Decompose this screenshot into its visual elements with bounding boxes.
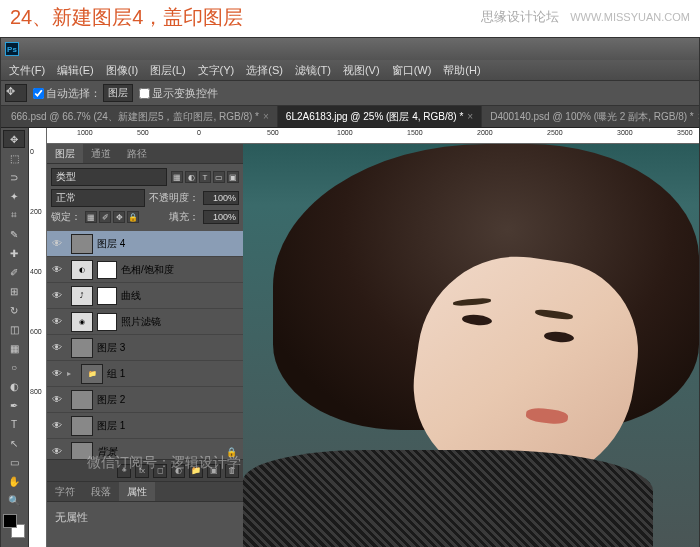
layer-row[interactable]: 👁 图层 1 [47,413,243,439]
canvas-area: 图层 通道 路径 类型 ▦ ◐ T ▭ ▣ [47,144,699,547]
gradient-tool[interactable]: ▦ [3,339,25,357]
visibility-icon[interactable]: 👁 [47,238,67,249]
mask-thumb[interactable] [97,313,117,331]
adj-thumb[interactable]: ⤴ [71,286,93,306]
layer-thumb[interactable] [71,338,93,358]
stamp-tool[interactable]: ⊞ [3,282,25,300]
layer-row[interactable]: 👁 图层 3 [47,335,243,361]
layer-row[interactable]: 👁 图层 4 [47,231,243,257]
menu-select[interactable]: 选择(S) [240,61,289,80]
mask-thumb[interactable] [97,287,117,305]
crop-tool[interactable]: ⌗ [3,206,25,224]
fill-input[interactable]: 100% [203,210,239,224]
marquee-tool[interactable]: ⬚ [3,149,25,167]
menu-help[interactable]: 帮助(H) [437,61,486,80]
doc-tab-1[interactable]: 6L2A6183.jpg @ 25% (图层 4, RGB/8) *× [278,106,482,127]
history-brush-tool[interactable]: ↻ [3,301,25,319]
visibility-icon[interactable]: 👁 [47,316,67,327]
pen-tool[interactable]: ✒ [3,396,25,414]
tab-properties[interactable]: 属性 [119,482,155,501]
shape-tool[interactable]: ▭ [3,453,25,471]
wand-tool[interactable]: ✦ [3,187,25,205]
filter-pixel-icon[interactable]: ▦ [171,171,183,183]
menu-edit[interactable]: 编辑(E) [51,61,100,80]
color-swatches[interactable] [3,514,27,538]
lock-trans-icon[interactable]: ▦ [85,211,97,223]
ps-app-icon: Ps [5,42,19,56]
auto-select-option[interactable]: 自动选择： 图层 [33,84,133,102]
filter-smart-icon[interactable]: ▣ [227,171,239,183]
eraser-tool[interactable]: ◫ [3,320,25,338]
eyedropper-tool[interactable]: ✎ [3,225,25,243]
zoom-tool[interactable]: 🔍 [3,491,25,509]
lock-pixel-icon[interactable]: ✐ [99,211,111,223]
menu-window[interactable]: 窗口(W) [386,61,438,80]
blur-tool[interactable]: ○ [3,358,25,376]
lasso-tool[interactable]: ⊃ [3,168,25,186]
menu-view[interactable]: 视图(V) [337,61,386,80]
filter-shape-icon[interactable]: ▭ [213,171,225,183]
auto-select-checkbox[interactable] [33,88,44,99]
heal-tool[interactable]: ✚ [3,244,25,262]
toolbox: ✥ ⬚ ⊃ ✦ ⌗ ✎ ✚ ✐ ⊞ ↻ ◫ ▦ ○ ◐ ✒ T ↖ ▭ ✋ 🔍 [1,128,29,547]
layer-thumb[interactable] [71,390,93,410]
visibility-icon[interactable]: 👁 [47,446,67,457]
layer-thumb[interactable] [71,416,93,436]
visibility-icon[interactable]: 👁 [47,342,67,353]
hand-tool[interactable]: ✋ [3,472,25,490]
opacity-input[interactable]: 100% [203,191,239,205]
visibility-icon[interactable]: 👁 [47,264,67,275]
show-transform-option[interactable]: 显示变换控件 [139,86,218,101]
path-tool[interactable]: ↖ [3,434,25,452]
tab-character[interactable]: 字符 [47,482,83,501]
visibility-icon[interactable]: 👁 [47,420,67,431]
adj-thumb[interactable]: ◉ [71,312,93,332]
layer-row[interactable]: 👁 图层 2 [47,387,243,413]
menu-filter[interactable]: 滤镜(T) [289,61,337,80]
folder-icon[interactable]: 📁 [81,364,103,384]
layer-row[interactable]: 👁 ▸ 📁 组 1 [47,361,243,387]
tab-paragraph[interactable]: 段落 [83,482,119,501]
layer-row[interactable]: 👁 ⤴ 曲线 [47,283,243,309]
close-icon[interactable]: × [467,111,473,122]
layer-row[interactable]: 👁 ◐ 色相/饱和度 [47,257,243,283]
auto-select-target[interactable]: 图层 [103,84,133,102]
adj-thumb[interactable]: ◐ [71,260,93,280]
tab-layers[interactable]: 图层 [47,144,83,163]
menu-file[interactable]: 文件(F) [3,61,51,80]
transform-checkbox[interactable] [139,88,150,99]
document-tabs: 666.psd @ 66.7% (24、新建图层5，盖印图层, RGB/8) *… [1,106,699,128]
filter-type-icon[interactable]: T [199,171,211,183]
move-tool-icon[interactable]: ✥ [5,84,27,102]
mask-thumb[interactable] [97,261,117,279]
canvas-image[interactable] [243,144,699,547]
layer-row[interactable]: 👁 ◉ 照片滤镜 [47,309,243,335]
tab-channels[interactable]: 通道 [83,144,119,163]
move-tool[interactable]: ✥ [3,130,25,148]
ruler-horizontal: 1000 500 0 500 1000 1500 2000 2500 3000 … [47,128,699,144]
lock-pos-icon[interactable]: ✥ [113,211,125,223]
menu-type[interactable]: 文字(Y) [192,61,241,80]
lock-all-icon[interactable]: 🔒 [127,211,139,223]
layers-list: 👁 图层 4 👁 ◐ 色相/饱和度 👁 ⤴ [47,231,243,459]
group-toggle-icon[interactable]: ▸ [67,369,77,378]
menu-image[interactable]: 图像(I) [100,61,144,80]
type-tool[interactable]: T [3,415,25,433]
doc-tab-2[interactable]: D400140.psd @ 100% (曝光 2 副本, RGB/8) *× [482,106,699,127]
close-icon[interactable]: × [263,111,269,122]
layer-kind-filter[interactable]: 类型 [51,168,167,186]
dodge-tool[interactable]: ◐ [3,377,25,395]
brush-tool[interactable]: ✐ [3,263,25,281]
visibility-icon[interactable]: 👁 [47,290,67,301]
visibility-icon[interactable]: 👁 [47,394,67,405]
layer-thumb[interactable] [71,234,93,254]
tab-paths[interactable]: 路径 [119,144,155,163]
fg-color[interactable] [3,514,17,528]
filter-adj-icon[interactable]: ◐ [185,171,197,183]
menu-layer[interactable]: 图层(L) [144,61,191,80]
doc-tab-0[interactable]: 666.psd @ 66.7% (24、新建图层5，盖印图层, RGB/8) *… [3,106,278,127]
blend-mode-select[interactable]: 正常 [51,189,145,207]
watermark-top: 思缘设计论坛 WWW.MISSYUAN.COM [481,8,690,26]
close-icon[interactable]: × [698,111,699,122]
visibility-icon[interactable]: 👁 [47,368,67,379]
